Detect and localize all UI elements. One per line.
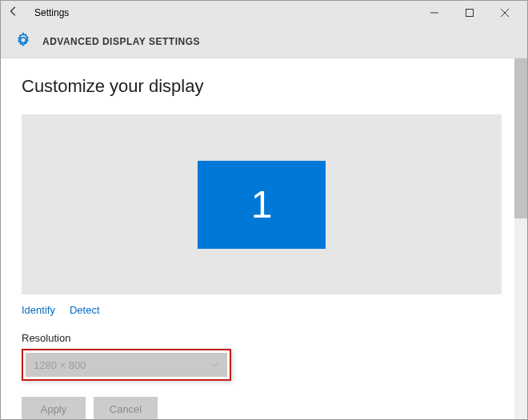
window-title: Settings	[34, 7, 69, 18]
display-links: Identify Detect	[22, 304, 506, 316]
identify-link[interactable]: Identify	[22, 304, 55, 316]
cancel-label: Cancel	[110, 403, 142, 415]
gear-icon	[15, 32, 31, 51]
window-controls	[417, 1, 522, 25]
cancel-button[interactable]: Cancel	[94, 397, 158, 420]
header-title: ADVANCED DISPLAY SETTINGS	[42, 36, 200, 47]
title-bar-left: Settings	[2, 2, 417, 24]
close-button[interactable]	[487, 1, 522, 25]
chevron-down-icon	[211, 358, 219, 372]
scrollbar-thumb[interactable]	[514, 58, 527, 218]
resolution-value: 1280 × 800	[34, 359, 86, 371]
svg-rect-1	[466, 10, 474, 17]
resolution-highlight: 1280 × 800	[22, 349, 231, 381]
display-preview-box: 1	[22, 114, 502, 294]
maximize-button[interactable]	[452, 1, 487, 25]
page-heading: Customize your display	[22, 76, 506, 97]
back-button[interactable]	[2, 2, 25, 24]
resolution-label: Resolution	[22, 332, 506, 344]
detect-link[interactable]: Detect	[70, 304, 100, 316]
button-row: Apply Cancel	[22, 397, 506, 420]
content-area: Customize your display 1 Identify Detect…	[1, 58, 527, 419]
minimize-button[interactable]	[417, 1, 452, 25]
apply-label: Apply	[41, 403, 67, 415]
header-bar: ADVANCED DISPLAY SETTINGS	[1, 25, 527, 58]
vertical-scrollbar[interactable]	[514, 58, 527, 419]
resolution-dropdown[interactable]: 1280 × 800	[26, 353, 227, 377]
minimize-icon	[430, 6, 438, 20]
monitor-1[interactable]: 1	[198, 161, 326, 249]
close-icon	[501, 6, 509, 20]
apply-button[interactable]: Apply	[22, 397, 86, 420]
title-bar: Settings	[1, 1, 527, 25]
monitor-number: 1	[251, 182, 273, 226]
maximize-icon	[466, 6, 474, 20]
back-icon	[8, 6, 19, 20]
